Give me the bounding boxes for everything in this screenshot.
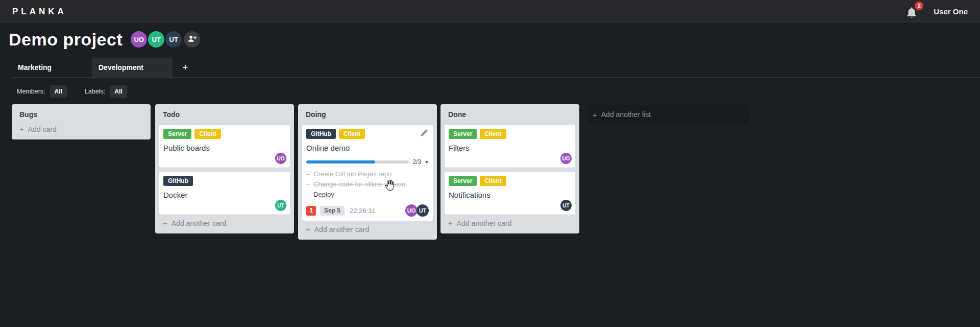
chevron-down-icon[interactable]: ▼ <box>424 160 429 165</box>
card-labels: GitHub <box>163 176 286 186</box>
card-label[interactable]: Client <box>480 176 506 186</box>
card-label[interactable]: Server <box>449 176 477 186</box>
task-dash: – <box>306 190 310 200</box>
plus-icon: + <box>19 125 24 133</box>
tab-development[interactable]: Development <box>92 58 173 77</box>
card-title: Docker <box>163 190 286 200</box>
user-menu[interactable]: User One <box>934 7 968 16</box>
card[interactable]: GitHubClientOnline demo2/3▼–Create GitHu… <box>302 125 433 221</box>
card-title: Notifications <box>449 190 571 200</box>
task-text: Create GitHub Pages repo <box>313 169 391 179</box>
card-meta: 1Sep 522:26:31UOUT <box>306 204 429 217</box>
task-dash: – <box>306 179 310 190</box>
card-member-avatars: UOUT <box>406 204 429 217</box>
add-card-label: Add another card <box>172 219 226 227</box>
task-progress: 2/3▼ <box>306 158 429 166</box>
card-label[interactable]: Client <box>480 129 506 139</box>
board-tabs: MarketingDevelopment+ <box>11 58 194 77</box>
progress-bar-fill <box>306 160 375 164</box>
card-title: Public boards <box>163 143 286 153</box>
project-header: Demo project UOUTUT <box>0 23 200 56</box>
add-card-label: Add another card <box>314 225 369 233</box>
card-label[interactable]: Server <box>449 129 477 139</box>
card[interactable]: ServerClientNotificationsUT <box>445 172 575 215</box>
card-member-avatar[interactable]: UO <box>405 204 418 217</box>
due-date-badge[interactable]: Sep 5 <box>320 206 345 216</box>
project-title[interactable]: Demo project <box>9 30 122 50</box>
add-member-button[interactable] <box>184 31 200 48</box>
add-card-label: Add card <box>28 125 57 133</box>
card-title: Filters <box>449 143 571 153</box>
card-member-avatars: UT <box>275 200 286 211</box>
card-label[interactable]: GitHub <box>306 129 336 139</box>
card-member-avatars: UT <box>560 200 572 211</box>
add-list-button[interactable]: + Add another list <box>588 105 749 124</box>
plus-icon: + <box>163 219 167 227</box>
timer-badge[interactable]: 22:26:31 <box>350 207 376 215</box>
card-labels: GitHubClient <box>306 129 429 139</box>
card-label[interactable]: Server <box>163 129 191 139</box>
tabs-divider <box>12 77 980 78</box>
project-member-avatar[interactable]: UO <box>131 31 147 48</box>
list-title[interactable]: Done <box>448 110 572 119</box>
add-user-icon <box>187 35 197 44</box>
list-title[interactable]: Todo <box>163 110 286 119</box>
card-member-avatars: UO <box>275 153 286 164</box>
board-list-todo: TodoServerClientPublic boardsUOGitHubDoc… <box>155 104 294 233</box>
members-filter-value[interactable]: All <box>50 85 67 98</box>
card-member-avatars: UO <box>560 153 572 164</box>
task-dash: – <box>306 169 310 179</box>
plus-icon: + <box>306 225 310 233</box>
task-text: Change code for offline version <box>313 179 405 190</box>
card-label[interactable]: Client <box>194 129 220 139</box>
project-member-avatar[interactable]: UT <box>148 31 164 48</box>
members-filter-label: Members: <box>17 88 45 95</box>
add-card-button[interactable]: +Add card <box>19 125 143 133</box>
card-member-avatar[interactable]: UT <box>560 200 572 211</box>
card-label[interactable]: GitHub <box>163 176 193 186</box>
list-title[interactable]: Doing <box>306 110 429 119</box>
task-item[interactable]: –Change code for offline version <box>306 179 429 190</box>
progress-count: 2/3 <box>412 158 421 166</box>
topbar-right: 2 User One <box>906 5 968 19</box>
card-member-avatar[interactable]: UO <box>275 153 286 164</box>
add-card-button[interactable]: +Add another card <box>448 219 572 227</box>
list-title[interactable]: Bugs <box>19 110 143 119</box>
card[interactable]: ServerClientPublic boardsUO <box>159 125 290 168</box>
card-notifications-badge: 1 <box>306 206 316 216</box>
labels-filter-label: Labels: <box>85 88 105 95</box>
card-member-avatar[interactable]: UO <box>560 153 572 164</box>
project-member-avatar[interactable]: UT <box>165 31 182 48</box>
plus-icon: + <box>593 110 597 119</box>
planka-logo[interactable]: PLANKA <box>12 7 67 17</box>
add-card-button[interactable]: +Add another card <box>163 219 286 227</box>
project-member-avatars: UOUTUT <box>131 31 183 48</box>
board-list-done: DoneServerClientFiltersUOServerClientNot… <box>440 104 579 233</box>
card[interactable]: ServerClientFiltersUO <box>445 125 575 168</box>
add-board-button[interactable]: + <box>177 58 194 77</box>
card-member-avatar[interactable]: UT <box>275 200 286 211</box>
edit-card-icon[interactable] <box>420 129 428 139</box>
card-labels: ServerClient <box>163 129 286 139</box>
add-card-button[interactable]: +Add another card <box>306 225 429 233</box>
card-labels: ServerClient <box>449 129 571 139</box>
card-labels: ServerClient <box>449 176 571 186</box>
progress-bar <box>306 160 409 164</box>
card-label[interactable]: Client <box>339 129 365 139</box>
card-title: Online demo <box>306 143 429 153</box>
board-list-bugs: Bugs+Add card <box>12 104 151 139</box>
card-member-avatar[interactable]: UT <box>416 204 429 217</box>
tab-marketing[interactable]: Marketing <box>11 58 92 77</box>
card[interactable]: GitHubDockerUT <box>159 172 290 215</box>
notifications-count-badge: 2 <box>915 2 923 10</box>
board-list-doing: DoingGitHubClientOnline demo2/3▼–Create … <box>298 104 437 240</box>
task-item[interactable]: –Deploy <box>306 190 429 200</box>
plus-icon: + <box>448 219 453 227</box>
add-list-label: Add another list <box>601 110 651 119</box>
task-text: Deploy <box>313 190 334 200</box>
labels-filter-value[interactable]: All <box>110 85 127 98</box>
notifications-button[interactable]: 2 <box>906 5 919 19</box>
topbar: PLANKA 2 User One <box>0 0 980 23</box>
add-card-label: Add another card <box>457 219 511 227</box>
task-item[interactable]: –Create GitHub Pages repo <box>306 169 429 179</box>
